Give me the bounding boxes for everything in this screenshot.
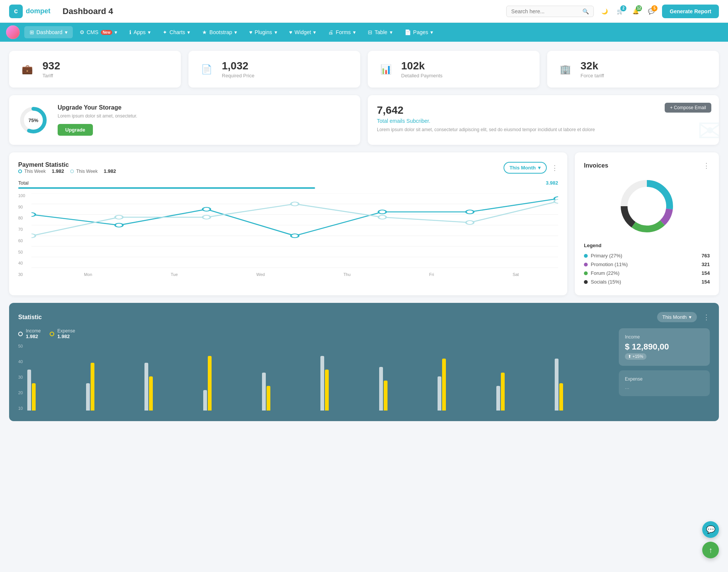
chevron-down-icon: ▾ <box>353 29 356 35</box>
more-options-icon[interactable]: ⋮ <box>551 164 558 172</box>
this-month-filter[interactable]: This Month ▾ <box>504 162 547 174</box>
legend-row-left: Promotion (11%) <box>584 262 628 267</box>
sidebar-item-label: Charts <box>169 29 185 35</box>
stat-info: 102k Detalled Payments <box>401 60 442 78</box>
bar-yellow <box>442 359 446 411</box>
expense-indicator: Expense 1.982 <box>50 328 75 339</box>
cart-icon[interactable]: 🛒 2 <box>615 7 625 16</box>
dark-mode-toggle[interactable]: 🌙 <box>600 7 609 16</box>
x-labels: Mon Tue Wed Thu Fri Sat <box>31 272 558 277</box>
income-indicator-label: Income <box>26 328 41 334</box>
sidebar-item-label: Table <box>375 29 387 35</box>
storage-info: Upgrade Your Storage Lorem ipsum dolor s… <box>58 104 137 136</box>
sidebar-item-charts[interactable]: ✦ Charts ▾ <box>157 26 195 38</box>
chart-header: Payment Statistic This Week 1.982 This W… <box>18 161 558 174</box>
bar-group <box>438 359 493 411</box>
legend-row-promotion: Promotion (11%) 321 <box>584 260 710 269</box>
search-box[interactable]: 🔍 <box>506 6 594 17</box>
statistic-chart-area: Income 1.982 Expense 1.982 <box>18 328 610 412</box>
income-indicator-info: Income 1.982 <box>26 328 41 339</box>
search-input[interactable] <box>511 8 579 14</box>
sidebar-item-apps[interactable]: ℹ Apps ▾ <box>124 26 156 38</box>
bar-chart: 50 40 30 20 10 <box>18 344 610 412</box>
bar-white <box>86 383 90 411</box>
chevron-down-icon: ▾ <box>187 29 190 35</box>
primary-value: 763 <box>701 253 710 259</box>
chart-left: Payment Statistic This Week 1.982 This W… <box>18 161 116 174</box>
bar-group <box>496 373 551 411</box>
statistic-indicators: Income 1.982 Expense 1.982 <box>18 328 610 339</box>
bar-white <box>320 356 324 411</box>
invoices-legend: Legend Primary (27%) 763 Promotion (11%)… <box>584 243 710 286</box>
x-label-fri: Fri <box>429 272 434 277</box>
promotion-value: 321 <box>701 262 710 267</box>
logo-text: dompet <box>26 7 50 15</box>
chat-icon[interactable]: 💬 5 <box>646 7 656 16</box>
expense-indicator-info: Expense 1.982 <box>57 328 75 339</box>
legend-row-forum: Forum (22%) 154 <box>584 269 710 277</box>
y-axis: 100 90 80 70 60 50 40 30 <box>18 193 30 277</box>
y-label: 90 <box>18 205 30 209</box>
chat-badge: 5 <box>651 5 657 11</box>
promotion-label: Promotion (11%) <box>591 262 628 267</box>
compose-email-button[interactable]: + Compose Email <box>665 103 711 113</box>
storage-card: 75% Upgrade Your Storage Lorem ipsum dol… <box>9 95 360 145</box>
chart-legend: This Week 1.982 This Week 1.982 <box>18 168 116 174</box>
email-background-icon: ✉ <box>697 113 719 145</box>
income-amount: $ 12,890,00 <box>625 342 704 352</box>
sidebar-item-plugins[interactable]: ♥ Plugins ▾ <box>244 26 282 38</box>
generate-report-button[interactable]: Generate Report <box>662 5 719 18</box>
statistic-controls: This Month ▾ ⋮ <box>657 312 710 322</box>
chevron-down-icon: ▾ <box>275 29 277 35</box>
bar-groups <box>27 344 610 411</box>
sidebar-item-label: CMS <box>87 29 99 35</box>
y-label: 50 <box>18 344 23 348</box>
sidebar-item-forms[interactable]: 🖨 Forms ▾ <box>323 26 361 38</box>
chart-controls: This Month ▾ ⋮ <box>504 162 558 174</box>
sidebar-item-pages[interactable]: 📄 Pages ▾ <box>399 26 439 38</box>
legend-label-1: This Week <box>24 169 46 174</box>
sidebar-item-label: Plugins <box>255 29 272 35</box>
bar-group <box>379 367 434 411</box>
expense-indicator-label: Expense <box>57 328 75 334</box>
sidebar-item-label: Widget <box>295 29 311 35</box>
bar-white <box>203 390 207 411</box>
invoices-more-icon[interactable]: ⋮ <box>703 161 710 170</box>
sidebar-item-bootstrap[interactable]: ★ Bootstrap ▾ <box>197 26 242 38</box>
y-label: 30 <box>18 272 30 277</box>
sidebar-item-cms[interactable]: ⚙ CMS New ▾ <box>74 26 123 38</box>
upgrade-button[interactable]: Upgrade <box>58 124 93 136</box>
statistic-more-icon[interactable]: ⋮ <box>703 313 710 321</box>
y-label: 20 <box>18 390 23 395</box>
bar-white <box>144 363 148 411</box>
expense-placeholder: ... <box>625 384 704 390</box>
bell-icon[interactable]: 🔔 12 <box>631 7 640 16</box>
svg-point-20 <box>291 202 298 206</box>
primary-label: Primary (27%) <box>591 253 622 259</box>
stat-info: 32k Force tariff <box>581 60 604 78</box>
invoices-header: Invoices ⋮ <box>584 161 710 170</box>
y-label: 30 <box>18 375 23 379</box>
sidebar-item-table[interactable]: ⊟ Table ▾ <box>362 26 397 38</box>
bar-white <box>262 373 266 411</box>
bell-badge: 12 <box>636 5 642 11</box>
sidebar-item-widget[interactable]: ♥ Widget ▾ <box>284 26 322 38</box>
statistic-month-filter[interactable]: This Month ▾ <box>657 312 697 322</box>
total-row: Total 3.982 <box>18 180 558 186</box>
svg-point-10 <box>31 213 35 216</box>
topbar-right: 🔍 🌙 🛒 2 🔔 12 💬 5 Generate Report <box>506 5 719 18</box>
required-price-value: 1,032 <box>222 60 254 72</box>
bar-yellow <box>384 381 388 411</box>
expense-indicator-circle <box>50 332 54 336</box>
bar-white <box>27 370 31 411</box>
bar-y-axis: 50 40 30 20 10 <box>18 344 24 411</box>
income-indicator-value: 1.982 <box>26 334 41 339</box>
sidebar-item-dashboard[interactable]: ⊞ Dashboard ▾ <box>24 26 73 38</box>
income-indicator: Income 1.982 <box>18 328 41 339</box>
stat-card-required-price: 📄 1,032 Required Price <box>188 51 360 88</box>
statistic-content: Income 1.982 Expense 1.982 <box>18 328 710 412</box>
legend-row-left: Primary (27%) <box>584 253 622 259</box>
svg-point-18 <box>115 215 123 219</box>
stat-cards-row: 💼 932 Tariff 📄 1,032 Required Price 📊 10… <box>9 51 719 88</box>
forum-color <box>584 271 588 275</box>
